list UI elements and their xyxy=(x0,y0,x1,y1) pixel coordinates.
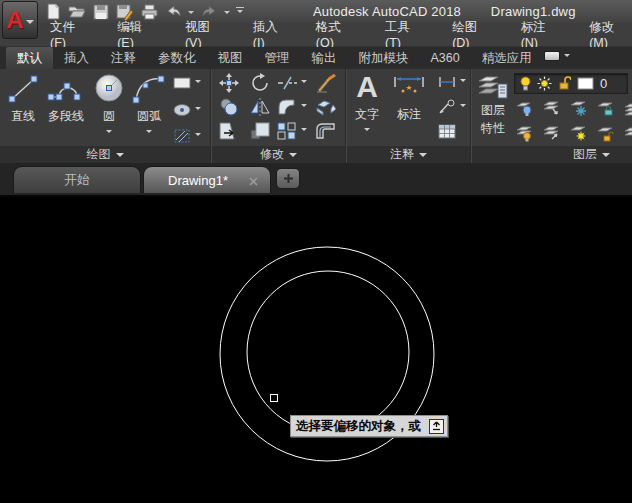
tool-fillet[interactable] xyxy=(276,97,307,117)
panel-title-modify[interactable]: 修改 xyxy=(212,146,345,163)
tool-text[interactable]: A 文字 xyxy=(355,71,379,134)
circle-icon xyxy=(92,73,126,105)
menu-tools[interactable]: 工具(T) xyxy=(385,19,425,50)
layer-make-current-icon[interactable] xyxy=(624,99,632,117)
window-title: Autodesk AutoCAD 2018 Drawing1.dwg xyxy=(313,4,576,19)
plot-icon[interactable] xyxy=(140,3,158,21)
leader-dropdown-icon xyxy=(460,104,466,110)
close-tab-icon[interactable] xyxy=(249,174,258,189)
menu-file[interactable]: 文件(F) xyxy=(50,19,90,50)
tool-ellipse[interactable] xyxy=(172,102,201,118)
ribbon-tab-manage[interactable]: 管理 xyxy=(254,47,301,69)
current-layer-name: 0 xyxy=(600,76,607,91)
undo-icon[interactable] xyxy=(164,3,182,21)
tool-array[interactable] xyxy=(276,121,307,141)
ribbon-tab-annotate[interactable]: 注释 xyxy=(100,47,147,69)
layer-tools-row-2 xyxy=(516,124,632,142)
new-tab-button[interactable] xyxy=(276,168,300,189)
layer-merge-icon[interactable] xyxy=(624,124,632,142)
ribbon-tab-parametric[interactable]: 参数化 xyxy=(147,47,207,69)
layer-tools-row-1 xyxy=(516,99,632,117)
customize-quick-access-icon[interactable] xyxy=(236,7,244,16)
tab-start[interactable]: 开始 xyxy=(13,166,141,193)
tool-line[interactable]: 直线 xyxy=(6,73,40,125)
tab-drawing1[interactable]: Drawing1* xyxy=(143,166,271,193)
layer-unlock-all-icon[interactable] xyxy=(597,124,615,142)
tool-rectangle[interactable] xyxy=(172,75,201,91)
layer-select-combo[interactable]: 0 xyxy=(514,73,628,94)
save-icon[interactable] xyxy=(92,3,110,21)
rectangle-icon xyxy=(172,75,192,91)
tool-stretch[interactable] xyxy=(218,121,240,141)
ribbon-tab-output[interactable]: 输出 xyxy=(301,47,348,69)
ribbon-tab-insert[interactable]: 插入 xyxy=(53,47,100,69)
arc-dropdown-icon[interactable] xyxy=(146,130,152,136)
menu-view[interactable]: 视图(V) xyxy=(185,19,226,50)
panel-title-annotate[interactable]: 注释 xyxy=(347,146,470,163)
menu-modify[interactable]: 修改(M) xyxy=(589,19,632,50)
menu-dimension[interactable]: 标注(N) xyxy=(521,19,563,50)
new-file-icon[interactable] xyxy=(44,3,62,21)
erase-icon xyxy=(314,72,338,94)
menu-insert[interactable]: 插入(I) xyxy=(253,19,289,50)
copy-icon xyxy=(218,97,240,117)
tool-trim[interactable] xyxy=(276,75,307,91)
tool-move[interactable] xyxy=(218,73,240,93)
layer-turn-all-on-icon[interactable] xyxy=(516,124,534,142)
open-file-icon[interactable] xyxy=(68,3,86,21)
tool-scale[interactable] xyxy=(249,121,271,141)
ellipse-icon xyxy=(172,102,192,118)
ribbon-tab-featured-apps[interactable]: 精选应用 xyxy=(471,47,543,69)
layer-color-swatch xyxy=(577,77,594,90)
tool-erase[interactable] xyxy=(314,72,338,94)
tool-rotate[interactable] xyxy=(249,73,271,93)
tool-arc[interactable]: 圆弧 xyxy=(130,73,168,136)
menu-format[interactable]: 格式(O) xyxy=(316,19,358,50)
tool-polyline[interactable]: 多段线 xyxy=(44,73,88,125)
save-as-icon[interactable] xyxy=(116,3,134,21)
menubar: 文件(F) 编辑(E) 视图(V) 插入(I) 格式(O) 工具(T) 绘图(D… xyxy=(0,23,632,47)
scale-icon xyxy=(249,121,271,141)
panel-draw: 直线 多段线 圆 xyxy=(0,69,211,163)
ribbon-tab-a360[interactable]: A360 xyxy=(420,47,471,69)
tool-circle[interactable]: 圆 xyxy=(92,73,126,136)
menu-draw[interactable]: 绘图(D) xyxy=(452,19,494,50)
layer-thaw-all-icon[interactable] xyxy=(570,124,588,142)
ribbon-tab-view[interactable]: 视图 xyxy=(207,47,254,69)
tool-hatch[interactable] xyxy=(172,127,201,145)
ribbon-tab-home[interactable]: 默认 xyxy=(6,47,53,69)
tool-copy[interactable] xyxy=(218,97,240,117)
tool-explode[interactable] xyxy=(314,97,338,117)
panel-layers: 图层 特性 0 xyxy=(472,69,632,163)
inner-circle[interactable] xyxy=(247,271,409,433)
ribbon-tab-addins[interactable]: 附加模块 xyxy=(348,47,420,69)
autocad-logo: A xyxy=(6,8,23,32)
tool-leader[interactable] xyxy=(437,99,466,115)
tool-layer-properties[interactable]: 图层 特性 xyxy=(474,72,512,137)
layer-freeze-icon[interactable] xyxy=(570,99,588,117)
application-menu-button[interactable]: A xyxy=(2,1,38,39)
layer-on-bulb-icon xyxy=(520,76,531,91)
layer-off-icon[interactable] xyxy=(516,99,534,117)
layer-unisolate-icon[interactable] xyxy=(543,124,561,142)
layer-lock-icon[interactable] xyxy=(597,99,615,117)
tool-dimension[interactable]: 标注 xyxy=(389,73,429,123)
tool-dim-linear[interactable] xyxy=(437,75,466,89)
ribbon-minimize-button[interactable] xyxy=(544,51,570,61)
prompt-options-button[interactable] xyxy=(429,419,444,434)
circle-dropdown-icon[interactable] xyxy=(106,130,112,136)
text-dropdown-icon[interactable] xyxy=(364,128,370,134)
panel-title-layers[interactable]: 图层 xyxy=(472,146,632,163)
menu-edit[interactable]: 编辑(E) xyxy=(117,19,158,50)
drawing-canvas[interactable]: 选择要偏移的对象，或 xyxy=(0,197,632,503)
tool-mirror[interactable] xyxy=(249,97,271,117)
array-icon xyxy=(276,121,298,141)
layer-isolate-icon[interactable] xyxy=(543,99,561,117)
dim-linear-dropdown-icon xyxy=(460,79,466,85)
tool-table[interactable] xyxy=(437,123,457,140)
tool-offset[interactable] xyxy=(314,121,338,141)
panel-title-draw[interactable]: 绘图 xyxy=(0,146,210,163)
redo-dropdown-icon[interactable] xyxy=(224,11,230,17)
undo-dropdown-icon[interactable] xyxy=(188,11,194,17)
redo-icon[interactable] xyxy=(200,3,218,21)
